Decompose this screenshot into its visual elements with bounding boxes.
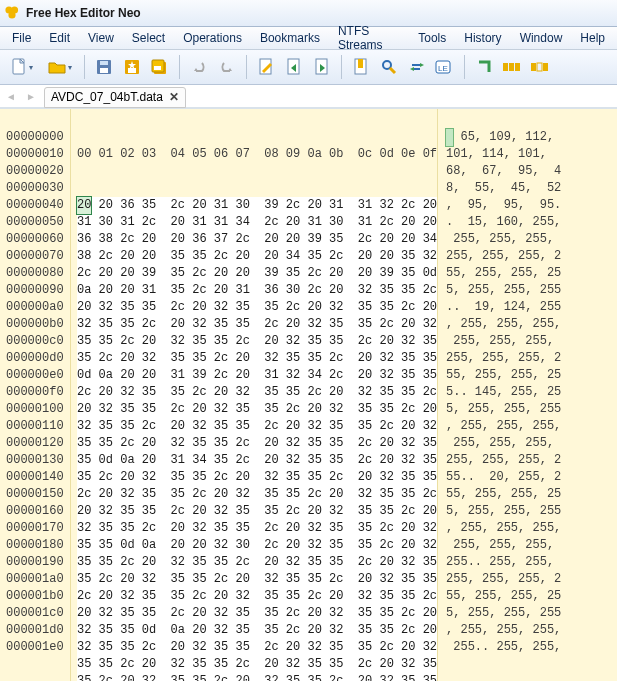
ascii-row[interactable]: 55, 255, 255, 25 — [446, 588, 613, 605]
ascii-row[interactable]: 255, 255, 255, — [446, 231, 613, 248]
hex-row[interactable]: 32 35 35 2c 20 32 35 35 2c 20 32 35 35 2… — [77, 639, 437, 656]
menu-tools[interactable]: Tools — [410, 29, 454, 47]
hex-row[interactable]: 35 2c 20 32 35 35 2c 20 32 35 35 2c 20 3… — [77, 673, 437, 681]
ascii-row[interactable]: 255, 255, 255, — [446, 333, 613, 350]
replace-button[interactable] — [404, 54, 430, 80]
close-tab-button[interactable]: ✕ — [169, 90, 179, 104]
select-alt-button[interactable] — [527, 54, 553, 80]
cursor-byte[interactable]: 20 — [77, 197, 91, 214]
hex-row[interactable]: 31 30 31 2c 20 31 31 34 2c 20 31 30 31 2… — [77, 214, 437, 231]
hex-row[interactable]: 32 35 35 2c 20 32 35 35 2c 20 32 35 35 2… — [77, 520, 437, 537]
save-button[interactable] — [91, 54, 117, 80]
ascii-row[interactable]: 5, 255, 255, 255 — [446, 401, 613, 418]
hex-row[interactable]: 35 35 2c 20 32 35 35 2c 20 32 35 35 2c 2… — [77, 333, 437, 350]
menu-operations[interactable]: Operations — [175, 29, 250, 47]
edit-doc-button[interactable] — [253, 54, 279, 80]
tab-forward-button[interactable]: ► — [24, 91, 38, 102]
hex-row[interactable]: 20 20 36 35 2c 20 31 30 39 2c 20 31 31 3… — [77, 197, 437, 214]
offset-row: 00000010 — [6, 146, 70, 163]
hex-row[interactable]: 2c 20 20 39 35 2c 20 20 39 35 2c 20 20 3… — [77, 265, 437, 282]
hex-row[interactable]: 20 32 35 35 2c 20 32 35 35 2c 20 32 35 3… — [77, 299, 437, 316]
ascii-row[interactable]: 55, 255, 255, 25 — [446, 367, 613, 384]
ascii-row[interactable]: , 255, 255, 255, — [446, 622, 613, 639]
hex-row[interactable]: 35 35 2c 20 32 35 35 2c 20 32 35 35 2c 2… — [77, 554, 437, 571]
cursor-ascii[interactable] — [446, 129, 453, 146]
ascii-row[interactable]: . 15, 160, 255, — [446, 214, 613, 231]
hex-row[interactable]: 32 35 35 2c 20 32 35 35 2c 20 32 35 35 2… — [77, 316, 437, 333]
bookmark-button[interactable] — [348, 54, 374, 80]
ascii-row[interactable]: 255, 255, 255, 2 — [446, 350, 613, 367]
select-rect-button[interactable] — [471, 54, 497, 80]
doc-next-button[interactable] — [309, 54, 335, 80]
hex-editor[interactable]: 0000000000000010000000200000003000000040… — [0, 108, 617, 681]
ascii-row[interactable]: 101, 114, 101, — [446, 146, 613, 163]
doc-prev-button[interactable] — [281, 54, 307, 80]
menu-select[interactable]: Select — [124, 29, 173, 47]
ascii-row[interactable]: 5, 255, 255, 255 — [446, 605, 613, 622]
ascii-row[interactable]: 255, 255, 255, — [446, 537, 613, 554]
ascii-row[interactable]: 255, 255, 255, 2 — [446, 248, 613, 265]
ascii-row[interactable]: 255.. 255, 255, — [446, 554, 613, 571]
ascii-row[interactable]: 5.. 145, 255, 25 — [446, 384, 613, 401]
encoding-button[interactable]: LE — [432, 54, 458, 80]
ascii-row[interactable]: 5, 255, 255, 255 — [446, 282, 613, 299]
save-all-button[interactable] — [147, 54, 173, 80]
ascii-row[interactable]: 55, 255, 255, 25 — [446, 265, 613, 282]
undo-button[interactable] — [186, 54, 212, 80]
menu-edit[interactable]: Edit — [41, 29, 78, 47]
hex-row[interactable]: 0a 20 20 31 35 2c 20 31 36 30 2c 20 32 3… — [77, 282, 437, 299]
hex-row[interactable]: 35 2c 20 32 35 35 2c 20 32 35 35 2c 20 3… — [77, 469, 437, 486]
menu-view[interactable]: View — [80, 29, 122, 47]
hex-row[interactable]: 36 38 2c 20 20 36 37 2c 20 20 39 35 2c 2… — [77, 231, 437, 248]
ascii-row[interactable]: 255, 255, 255, — [446, 435, 613, 452]
hex-row[interactable]: 35 0d 0a 20 31 34 35 2c 20 32 35 35 2c 2… — [77, 452, 437, 469]
hex-row[interactable]: 38 2c 20 20 35 35 2c 20 20 34 35 2c 20 2… — [77, 248, 437, 265]
ascii-row[interactable]: , 255, 255, 255, — [446, 418, 613, 435]
ascii-row[interactable]: 255, 255, 255, 2 — [446, 571, 613, 588]
ascii-row[interactable]: 5, 255, 255, 255 — [446, 503, 613, 520]
ascii-row[interactable]: , 255, 255, 255, — [446, 316, 613, 333]
ascii-row[interactable]: , 95, 95, 95. — [446, 197, 613, 214]
menu-window[interactable]: Window — [512, 29, 571, 47]
hex-row[interactable]: 32 35 35 2c 20 32 35 35 2c 20 32 35 35 2… — [77, 418, 437, 435]
redo-button[interactable] — [214, 54, 240, 80]
menu-bookmarks[interactable]: Bookmarks — [252, 29, 328, 47]
new-file-button[interactable]: ▾ — [4, 54, 40, 80]
ascii-row[interactable]: 8, 55, 45, 52 — [446, 180, 613, 197]
ascii-row[interactable]: 55.. 20, 255, 2 — [446, 469, 613, 486]
ascii-row[interactable]: , 255, 255, 255, — [446, 520, 613, 537]
hex-row[interactable]: 20 32 35 35 2c 20 32 35 35 2c 20 32 35 3… — [77, 401, 437, 418]
hex-row[interactable]: 35 35 0d 0a 20 20 32 30 2c 20 32 35 35 2… — [77, 537, 437, 554]
open-file-button[interactable]: ▾ — [42, 54, 78, 80]
hex-row[interactable]: 2c 20 32 35 35 2c 20 32 35 35 2c 20 32 3… — [77, 486, 437, 503]
hex-row[interactable]: 32 35 35 0d 0a 20 32 35 35 2c 20 32 35 3… — [77, 622, 437, 639]
hex-row[interactable]: 35 2c 20 32 35 35 2c 20 32 35 35 2c 20 3… — [77, 571, 437, 588]
ascii-row[interactable]: 55, 255, 255, 25 — [446, 486, 613, 503]
hex-row[interactable]: 2c 20 32 35 35 2c 20 32 35 35 2c 20 32 3… — [77, 384, 437, 401]
select-span-button[interactable] — [499, 54, 525, 80]
svg-rect-7 — [100, 61, 108, 65]
menu-history[interactable]: History — [456, 29, 509, 47]
find-button[interactable] — [376, 54, 402, 80]
file-tab[interactable]: AVDC_07_04bT.data ✕ — [44, 87, 186, 108]
menu-help[interactable]: Help — [572, 29, 613, 47]
menu-file[interactable]: File — [4, 29, 39, 47]
ascii-row[interactable]: .. 19, 124, 255 — [446, 299, 613, 316]
ascii-row[interactable]: 255.. 255, 255, — [446, 639, 613, 656]
hex-row[interactable]: 35 2c 20 32 35 35 2c 20 32 35 35 2c 20 3… — [77, 350, 437, 367]
hex-row[interactable]: 20 32 35 35 2c 20 32 35 35 2c 20 32 35 3… — [77, 503, 437, 520]
ascii-row[interactable]: 68, 67, 95, 4 — [446, 163, 613, 180]
hex-row[interactable]: 0d 0a 20 20 31 39 2c 20 31 32 34 2c 20 3… — [77, 367, 437, 384]
hex-row[interactable]: 20 32 35 35 2c 20 32 35 35 2c 20 32 35 3… — [77, 605, 437, 622]
hex-row[interactable]: 35 35 2c 20 32 35 35 2c 20 32 35 35 2c 2… — [77, 656, 437, 673]
tab-back-button[interactable]: ◄ — [4, 91, 18, 102]
tab-strip: ◄ ► AVDC_07_04bT.data ✕ — [0, 85, 617, 108]
hex-row[interactable]: 35 35 2c 20 32 35 35 2c 20 32 35 35 2c 2… — [77, 435, 437, 452]
menu-ntfs[interactable]: NTFS Streams — [330, 22, 408, 54]
hex-bytes-column[interactable]: 00 01 02 03 04 05 06 07 08 09 0a 0b 0c 0… — [71, 109, 438, 681]
ascii-row[interactable]: 65, 109, 112, — [446, 129, 613, 146]
hex-row[interactable]: 2c 20 32 35 35 2c 20 32 35 35 2c 20 32 3… — [77, 588, 437, 605]
ascii-row[interactable]: 255, 255, 255, 2 — [446, 452, 613, 469]
ascii-column[interactable]: 65, 109, 112, 101, 114, 101, 68, 67, 95,… — [438, 109, 617, 681]
save-as-button[interactable] — [119, 54, 145, 80]
